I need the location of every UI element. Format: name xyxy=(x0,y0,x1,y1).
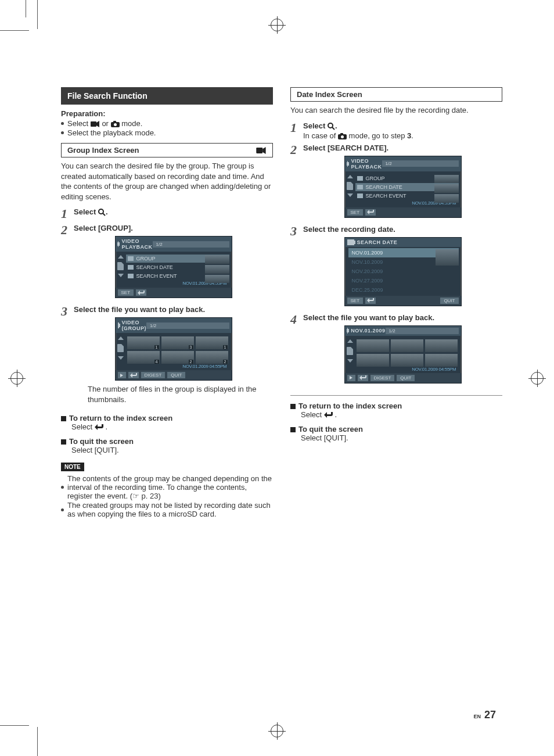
osd-thumb xyxy=(425,339,458,352)
text: mode, go to step xyxy=(349,131,407,140)
crop-mark xyxy=(37,0,38,29)
osd-screenshot-group: VIDEO (GROUP) 1/2 1 3 xyxy=(115,317,232,381)
osd-nav-arrows xyxy=(347,339,354,363)
video-mode-icon xyxy=(347,328,348,334)
arrow-up-icon xyxy=(118,255,124,259)
osd-play-button xyxy=(347,375,355,381)
text: The contents of the group may be changed… xyxy=(67,474,273,500)
osd-page: 1/2 xyxy=(382,160,459,167)
text: . xyxy=(334,410,337,419)
preparation-list: Select or mode. Select the playback mode xyxy=(61,119,273,137)
osd-thumbnail-strip xyxy=(434,175,459,203)
osd-digest-button: DIGEST xyxy=(141,372,166,378)
paragraph: You can search the desired file by the r… xyxy=(290,105,502,116)
osd-title: VIDEO PLAYBACK xyxy=(121,238,152,250)
step-text: Select the file you want to play back. xyxy=(74,305,273,314)
osd-quit-button: QUIT xyxy=(440,298,458,304)
text: Select xyxy=(301,410,324,419)
step-number: 4 xyxy=(290,313,303,326)
text: . xyxy=(105,422,107,431)
video-mode-icon xyxy=(256,147,267,154)
osd-play-button xyxy=(118,372,126,378)
subheading-label: To quit the screen xyxy=(298,425,363,433)
subbody: Select [QUIT]. xyxy=(71,446,273,454)
text: Select xyxy=(71,422,95,431)
text: or xyxy=(102,119,110,128)
osd-set-button: SET xyxy=(347,298,364,304)
registration-target-icon xyxy=(10,372,23,385)
thumb-count: 1 xyxy=(154,345,159,349)
note-item: The contents of the group may be changed… xyxy=(61,474,273,500)
right-column: Date Index Screen You can search the des… xyxy=(290,87,502,522)
svg-point-5 xyxy=(99,209,103,214)
step-3: 3 Select the file you want to play back.… xyxy=(61,305,273,408)
section-title: File Search Function xyxy=(61,87,273,105)
step-4: 4 Select the file you want to play back.… xyxy=(290,313,502,387)
osd-thumb xyxy=(391,354,423,367)
subsection-title: Date Index Screen xyxy=(290,87,502,102)
text: . xyxy=(411,131,413,140)
note-item: The created groups may not be listed by … xyxy=(61,501,273,518)
osd-thumbnail-strip xyxy=(205,255,229,283)
osd-thumb: 4 xyxy=(127,351,160,364)
osd-return-button xyxy=(358,375,368,381)
arrow-down-icon xyxy=(347,359,353,363)
osd-screenshot-menu: VIDEO PLAYBACK 1/2 GROUP SEARCH DATE xyxy=(344,156,462,218)
search-icon xyxy=(328,123,335,130)
square-bullet-icon xyxy=(290,427,296,432)
osd-date-row: NOV.20.2009 xyxy=(348,267,459,276)
bullet-icon xyxy=(61,486,64,489)
svg-point-7 xyxy=(328,123,333,128)
subbody: Select . xyxy=(71,422,273,431)
svg-rect-0 xyxy=(91,121,96,127)
osd-quit-button: QUIT xyxy=(167,372,185,378)
osd-date-row: NOV.27.2009 xyxy=(348,276,459,285)
osd-screenshot-day: NOV.01.2009 1/2 xyxy=(344,325,462,384)
step-number: 1 xyxy=(61,207,74,220)
osd-page: 1/2 xyxy=(146,323,229,329)
thumb-count: 2 xyxy=(223,360,228,364)
subheading-label: To quit the screen xyxy=(69,437,134,446)
video-mode-icon xyxy=(118,323,119,328)
osd-page: 1/2 xyxy=(386,328,459,334)
left-column: File Search Function Preparation: Select… xyxy=(61,87,273,522)
thumb-count: 4 xyxy=(154,360,159,364)
subsection-title: Group Index Screen xyxy=(61,143,273,157)
step-number: 2 xyxy=(290,144,303,156)
osd-return-button xyxy=(365,209,376,216)
osd-thumbnail-grid xyxy=(355,338,459,367)
subheading: To return to the index screen xyxy=(290,402,502,410)
crop-mark xyxy=(0,30,29,31)
osd-thumb: 2 xyxy=(196,351,228,364)
return-icon xyxy=(95,424,103,431)
osd-nav-arrows xyxy=(117,336,124,360)
video-mode-icon xyxy=(347,161,348,167)
divider xyxy=(290,395,502,396)
osd-menu-label: SEARCH DATE xyxy=(366,184,402,190)
page-lang: EN xyxy=(474,714,481,719)
osd-screenshot-dates: SEARCH DATE NOV.01.2009 NOV.10.2009 NOV.… xyxy=(344,237,462,306)
svg-rect-4 xyxy=(256,148,262,153)
text: Select the playback mode. xyxy=(67,128,156,137)
preparation-heading: Preparation: xyxy=(61,109,273,118)
crop-mark xyxy=(26,0,26,17)
svg-line-6 xyxy=(103,213,105,216)
osd-thumb: 2 xyxy=(161,351,194,364)
caption: The number of files in the group is disp… xyxy=(88,384,273,404)
arrow-up-icon xyxy=(347,175,353,178)
registration-target-icon xyxy=(531,372,544,385)
square-bullet-icon xyxy=(61,416,66,421)
osd-timestamp: NOV.01.2009 04:55PM xyxy=(355,367,459,372)
osd-return-button xyxy=(136,289,146,296)
step-number: 1 xyxy=(290,121,303,134)
osd-menu-label: SEARCH EVENT xyxy=(366,193,406,199)
step-2: 2 Select [GROUP]. VIDEO PLAYBACK 1/2 xyxy=(61,224,273,302)
thumb-count: 3 xyxy=(189,345,193,349)
subheading: To quit the screen xyxy=(290,425,502,433)
arrow-up-icon xyxy=(347,339,353,343)
osd-title: VIDEO (GROUP) xyxy=(122,320,147,331)
text: In case of xyxy=(303,131,338,140)
return-icon xyxy=(324,412,333,418)
step-3: 3 Select the recording date. SEARCH DATE… xyxy=(290,225,502,310)
video-mode-icon xyxy=(91,121,100,127)
